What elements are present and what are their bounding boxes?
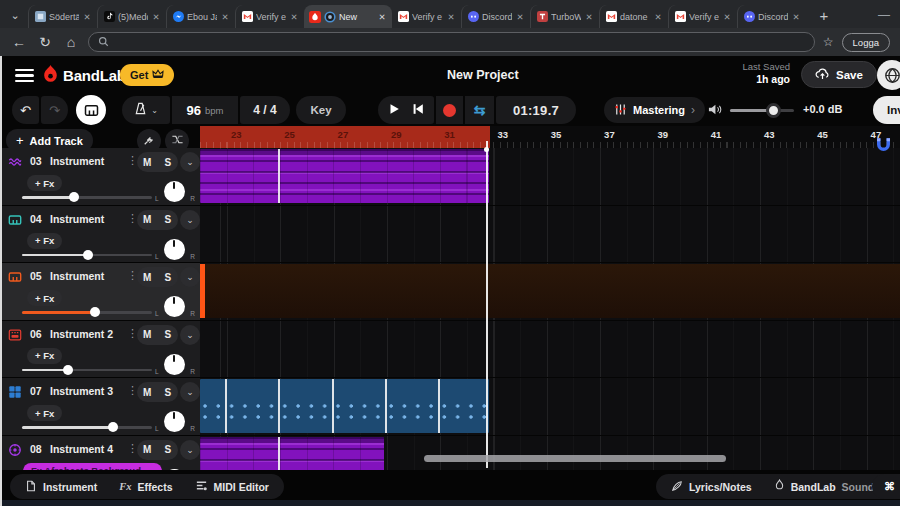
mute-button[interactable]: M [137, 214, 158, 225]
shortcuts-button[interactable]: ⌘ S [872, 474, 900, 499]
track-lane[interactable] [200, 436, 900, 471]
home-icon[interactable]: ⌂ [62, 35, 80, 49]
fx-preset-chip[interactable]: Fx Afrobeats Backgroud .... [23, 463, 162, 471]
close-icon[interactable]: ✕ [791, 12, 801, 22]
get-membership-button[interactable]: Get [120, 64, 174, 86]
key-button[interactable]: Key [296, 96, 346, 124]
undo-button[interactable]: ↶ [12, 96, 39, 124]
master-volume-slider[interactable] [730, 103, 794, 118]
close-icon[interactable]: ✕ [584, 12, 594, 22]
track-collapse-chevron-icon[interactable]: ⌄ [180, 210, 200, 230]
close-icon[interactable]: ✕ [82, 12, 92, 22]
solo-button[interactable]: S [158, 157, 179, 168]
browser-tab[interactable]: Verify e✕ [668, 5, 737, 28]
browser-tab[interactable]: Södertä✕ [28, 5, 97, 28]
track-name[interactable]: Instrument 2 [50, 328, 113, 340]
track-volume-slider[interactable] [22, 250, 152, 260]
play-button[interactable] [388, 101, 400, 119]
pan-knob[interactable] [164, 354, 185, 375]
tab-instrument[interactable]: Instrument [25, 480, 97, 494]
menu-icon[interactable] [15, 69, 34, 82]
url-bar[interactable] [88, 32, 815, 52]
add-fx-button[interactable]: + Fx [27, 405, 62, 421]
add-fx-button[interactable]: + Fx [27, 348, 62, 364]
mute-button[interactable]: M [137, 157, 158, 168]
midi-clip-blue[interactable] [200, 379, 489, 433]
solo-button[interactable]: S [158, 329, 179, 340]
close-icon[interactable]: ✕ [515, 12, 525, 22]
tab-bandlab-sounds[interactable]: BandLab Sounds [774, 479, 880, 494]
track-header-row[interactable]: 06Instrument 2⋮MS⌄+ FxLR [0, 321, 200, 379]
track-name[interactable]: Instrument [50, 270, 104, 282]
mute-button[interactable]: M [137, 444, 158, 455]
track-header-row[interactable]: 03Instrument⋮MS⌄+ FxLR [0, 148, 200, 206]
track-volume-slider[interactable] [22, 307, 152, 317]
track-collapse-chevron-icon[interactable]: ⌄ [180, 152, 200, 172]
track-name[interactable]: Instrument [50, 155, 104, 167]
browser-tab[interactable]: Discord✕ [737, 5, 806, 28]
add-fx-button[interactable]: + Fx [27, 290, 62, 306]
track-collapse-chevron-icon[interactable]: ⌄ [180, 382, 200, 402]
slider-handle[interactable] [63, 365, 73, 375]
track-header-row[interactable]: 08Instrument 4⋮MS⌄Fx Afrobeats Backgroud… [0, 436, 200, 471]
playhead[interactable] [486, 141, 488, 468]
browser-tab[interactable]: Verify e✕ [235, 5, 304, 28]
track-header-row[interactable]: 04Instrument⋮MS⌄+ FxLR [0, 206, 200, 264]
slider-handle[interactable] [69, 192, 79, 202]
pan-knob[interactable] [164, 296, 185, 317]
track-volume-slider[interactable] [22, 365, 152, 375]
close-icon[interactable]: ✕ [377, 12, 387, 22]
new-tab-button[interactable]: + [812, 4, 836, 26]
close-icon[interactable]: ✕ [151, 12, 161, 22]
timeline-ruler[interactable]: 23252729313335373941434547 [200, 126, 900, 148]
close-icon[interactable]: ✕ [220, 12, 230, 22]
instrument-piano-button[interactable] [76, 95, 106, 125]
time-signature-control[interactable]: 4 / 4 [240, 96, 290, 124]
tab-search-chevron-icon[interactable]: ⌄ [2, 4, 28, 26]
solo-button[interactable]: S [158, 214, 179, 225]
browser-tab[interactable]: Verify e✕ [392, 5, 461, 28]
horizontal-scrollbar[interactable] [424, 455, 726, 462]
tab-midi-editor[interactable]: MIDI Editor [195, 479, 269, 494]
pan-knob[interactable] [164, 239, 185, 260]
midi-clip-purple[interactable] [200, 149, 489, 203]
time-display[interactable]: 01:19.7 [496, 96, 576, 124]
close-icon[interactable]: ✕ [653, 12, 663, 22]
slider-handle[interactable] [83, 250, 93, 260]
browser-tab[interactable]: Ebou Ja✕ [166, 5, 235, 28]
track-collapse-chevron-icon[interactable]: ⌄ [180, 325, 200, 345]
browser-tab[interactable]: TurboW✕ [530, 5, 599, 28]
track-lane[interactable] [200, 148, 900, 206]
pan-knob[interactable] [164, 181, 185, 202]
solo-button[interactable]: S [158, 387, 179, 398]
track-volume-slider[interactable] [22, 422, 152, 432]
solo-button[interactable]: S [158, 272, 179, 283]
track-lane[interactable] [200, 378, 900, 436]
track-lane[interactable] [200, 321, 900, 379]
track-name[interactable]: Instrument 3 [50, 385, 113, 397]
mute-button[interactable]: M [137, 272, 158, 283]
track-lane[interactable] [200, 206, 900, 264]
browser-tab[interactable]: Discord✕ [461, 5, 530, 28]
track-header-row[interactable]: 05Instrument⋮MS⌄+ FxLR [0, 263, 200, 321]
slider-handle[interactable] [108, 422, 118, 432]
metronome-button[interactable]: ⌄ [122, 96, 170, 124]
browser-tab[interactable]: datone✕ [599, 5, 668, 28]
tab-lyrics-notes[interactable]: Lyrics/Notes [671, 480, 752, 494]
bookmark-star-icon[interactable]: ☆ [823, 35, 834, 49]
project-title[interactable]: New Project [447, 68, 519, 82]
pan-knob[interactable] [164, 411, 185, 432]
track-collapse-chevron-icon[interactable]: ⌄ [180, 440, 200, 460]
solo-button[interactable]: S [158, 444, 179, 455]
track-collapse-chevron-icon[interactable]: ⌄ [180, 267, 200, 287]
loop-button[interactable]: ⇆ [465, 96, 494, 124]
slider-handle[interactable] [90, 307, 100, 317]
speaker-icon[interactable] [707, 102, 722, 120]
back-icon[interactable]: ← [10, 35, 28, 49]
globe-button[interactable] [877, 60, 900, 90]
midi-clip-purple[interactable] [200, 437, 384, 471]
brand-name[interactable]: BandLab [63, 67, 126, 84]
volume-knob[interactable] [766, 103, 781, 118]
redo-button[interactable]: ↷ [41, 96, 68, 124]
mastering-button[interactable]: Mastering › [604, 97, 705, 123]
